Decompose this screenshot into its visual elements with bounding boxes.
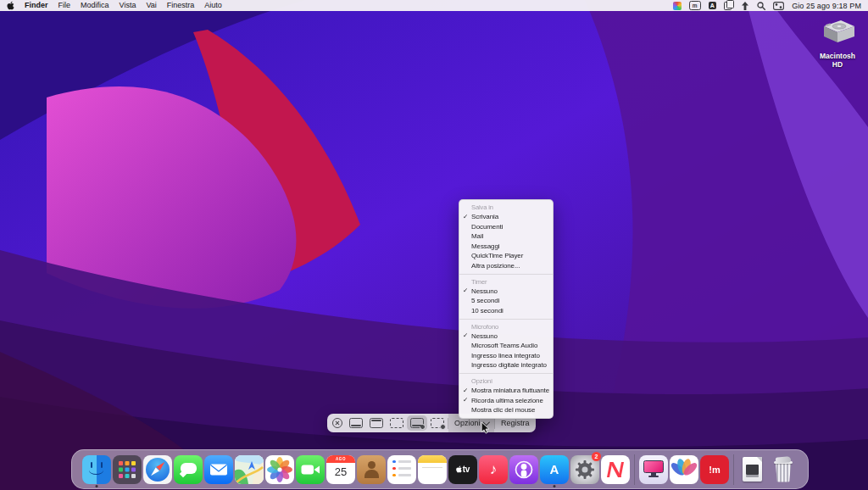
up-arrow-icon[interactable] (741, 2, 749, 10)
menu-bar: FinderFileModificaVistaVaiFinestraAiuto … (0, 0, 868, 11)
dock-item-trash[interactable] (768, 451, 798, 488)
menu-section-header: Timer (459, 277, 553, 287)
dock-item-document-file[interactable] (737, 451, 768, 488)
mail-icon (204, 455, 233, 484)
colorful-app-icon[interactable] (673, 2, 682, 10)
flower-app-icon (670, 455, 698, 484)
menu-item-label: Messaggi (471, 242, 499, 250)
dock-item-mail[interactable] (203, 451, 234, 488)
control-center-icon[interactable] (773, 2, 784, 10)
menu-item-finder[interactable]: Finder (25, 0, 48, 11)
dock-item-photos[interactable] (264, 451, 295, 488)
record-selection-button[interactable] (427, 415, 448, 431)
menu-item-messaggi[interactable]: Messaggi (459, 242, 553, 252)
menu-item-scrivania[interactable]: ✓Scrivania (459, 213, 553, 223)
dock-item-reminders[interactable] (387, 451, 417, 488)
menu-item-ingresso-linea-integrato[interactable]: Ingresso linea integrato (459, 351, 553, 361)
desktop-screen: FinderFileModificaVistaVaiFinestraAiuto … (0, 0, 868, 490)
menu-item-modifica[interactable]: Modifica (81, 0, 109, 11)
menu-section-header: Opzioni (459, 376, 553, 387)
volume-label: Macintosh HD (815, 52, 860, 69)
menu-item-vista[interactable]: Vista (120, 0, 136, 11)
menu-item-5-secondi[interactable]: 5 secondi (459, 297, 553, 307)
record-button-label: Registra (501, 419, 530, 427)
capture-selection-button[interactable] (387, 415, 407, 431)
record-screen-button[interactable] (407, 415, 427, 431)
im-menu-icon[interactable]: m (689, 1, 701, 10)
checkmark-icon: ✓ (463, 332, 468, 340)
menu-item-label: Microsoft Teams Audio (471, 342, 537, 349)
display-app-icon (639, 455, 668, 484)
menu-item-10-secondi[interactable]: 10 secondi (459, 306, 553, 316)
dock-item-finder[interactable] (81, 451, 112, 488)
macintosh-hd-icon[interactable]: Macintosh HD (815, 17, 860, 69)
checkmark-icon: ✓ (463, 387, 468, 395)
dock-item-facetime[interactable] (295, 451, 326, 488)
dock-item-launchpad[interactable] (112, 451, 142, 488)
menu-item-label: QuickTime Player (471, 252, 523, 259)
record-screen-icon (410, 418, 424, 428)
menu-item-mostra-miniatura-fluttuante[interactable]: ✓Mostra miniatura fluttuante (459, 387, 553, 397)
music-icon: ♪ (479, 455, 508, 484)
a-menu-icon[interactable]: A (709, 2, 717, 10)
menu-bar-left: FinderFileModificaVistaVaiFinestraAiuto (7, 0, 222, 11)
dock-item-im-app[interactable]: !m (699, 451, 730, 488)
dock-item-music[interactable]: ♪ (478, 451, 509, 488)
menu-item-label: Mostra miniatura fluttuante (471, 387, 549, 394)
options-popup-menu: Salva in✓ScrivaniaDocumentiMailMessaggiQ… (459, 199, 554, 419)
dock-item-contacts[interactable] (356, 451, 387, 488)
menu-item-documenti[interactable]: Documenti (459, 222, 553, 232)
menu-item-label: Mail (471, 232, 483, 240)
menu-item-file[interactable]: File (58, 0, 71, 11)
menu-bar-clock[interactable]: Gio 25 ago 9:18 PM (792, 2, 861, 10)
menu-item-nessuno[interactable]: ✓Nessuno (459, 287, 553, 297)
mouse-cursor (481, 422, 491, 434)
menu-item-quicktime-player[interactable]: QuickTime Player (459, 252, 553, 262)
menu-item-label: Ingresso linea integrato (471, 352, 540, 359)
dock-item-system-preferences[interactable]: 2 (570, 451, 600, 488)
menu-section-header: Salva in (459, 203, 553, 213)
dock-item-safari[interactable] (142, 451, 173, 488)
capture-screen-button[interactable] (346, 415, 366, 431)
contacts-icon (357, 455, 386, 484)
apple-icon[interactable] (7, 1, 14, 10)
menu-section-header: Microfono (459, 322, 553, 332)
dock-item-notes[interactable] (417, 451, 448, 488)
dock-item-messages[interactable] (173, 451, 203, 488)
menu-item-ricorda-ultima-selezione[interactable]: ✓Ricorda ultima selezione (459, 396, 553, 406)
music-note-glyph: ♪ (490, 462, 498, 476)
menu-item-label: Altra posizione... (471, 262, 520, 270)
dock-item-calendar[interactable]: AGO 25 (326, 451, 356, 488)
notes-icon (418, 455, 447, 484)
menu-item-ingresso-digitale-integrato[interactable]: Ingresso digitale integrato (459, 361, 553, 371)
dock-item-app-store[interactable]: A (539, 451, 570, 488)
trash-icon (769, 455, 798, 484)
messages-icon (174, 455, 203, 484)
menu-item-label: 10 secondi (471, 307, 504, 315)
spotlight-icon[interactable] (757, 2, 765, 10)
menu-item-altra-posizione[interactable]: Altra posizione... (459, 261, 553, 271)
calendar-icon: AGO 25 (326, 455, 355, 484)
dock-item-maps[interactable] (234, 451, 264, 488)
menu-item-mail[interactable]: Mail (459, 232, 553, 242)
menu-item-nessuno[interactable]: ✓Nessuno (459, 331, 553, 342)
app-menu-items: FinderFileModificaVistaVaiFinestraAiuto (25, 0, 222, 11)
menu-item-aiuto[interactable]: Aiuto (204, 0, 222, 11)
photos-icon (265, 455, 294, 484)
menu-bar-status: m A Gio 25 ago 9:18 PM (673, 0, 861, 11)
dock-item-flower-app[interactable] (669, 451, 699, 488)
notification-badge: 2 (592, 452, 601, 461)
dock-item-podcasts[interactable] (509, 451, 539, 488)
dock-item-tv[interactable]: tv (448, 451, 478, 488)
dock-item-news[interactable] (600, 451, 631, 488)
hard-drive-icon (818, 17, 857, 47)
menu-item-mostra-clic-del-mouse[interactable]: Mostra clic del mouse (459, 406, 553, 416)
copy-icon[interactable] (724, 2, 733, 10)
close-icon[interactable] (332, 418, 342, 428)
menu-item-vai[interactable]: Vai (146, 0, 156, 11)
capture-window-button[interactable] (366, 415, 387, 431)
menu-item-finestra[interactable]: Finestra (167, 0, 195, 11)
app-store-icon: A (540, 455, 569, 484)
menu-item-microsoft-teams-audio[interactable]: Microsoft Teams Audio (459, 342, 553, 352)
dock-item-display-app[interactable] (638, 451, 669, 488)
